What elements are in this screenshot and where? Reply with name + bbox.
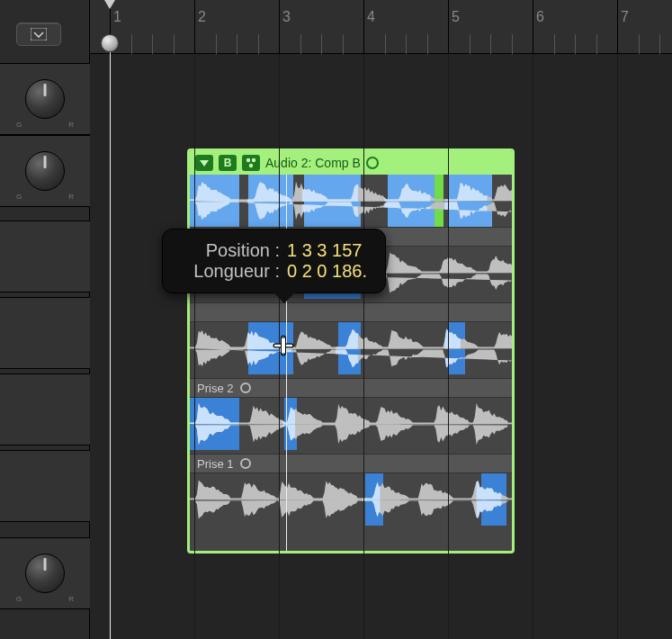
knob-left-label: G: [16, 193, 22, 201]
grid-line: [363, 54, 364, 639]
ruler-beat-tick: [174, 34, 175, 54]
take-name: Prise 2: [197, 382, 233, 395]
track-pan-knob-cell: GR: [0, 537, 90, 609]
tracks-area[interactable]: B Audio 2: Comp B Prise 4Prise 2Prise 1 …: [90, 54, 672, 639]
comp-waveform-row: [190, 175, 512, 227]
svg-point-1: [246, 158, 250, 162]
ruler-beat-tick: [406, 34, 407, 54]
track-header-cell[interactable]: [0, 450, 90, 522]
ruler-beat-tick: [490, 34, 491, 54]
knob-right-label: R: [68, 121, 74, 129]
ruler-bar-number: 6: [536, 9, 544, 25]
ruler-bar-line: [279, 0, 280, 54]
grid-line: [194, 54, 195, 639]
take-lane-header[interactable]: Prise 1: [190, 454, 512, 473]
take-lane-header[interactable]: Prise 2: [190, 378, 512, 398]
comp-menu-button[interactable]: [242, 155, 260, 171]
ruler-beat-tick: [427, 34, 428, 54]
take-folder-header[interactable]: B Audio 2: Comp B: [190, 151, 512, 175]
track-pan-knob-cell: GR: [0, 63, 90, 135]
track-header-column: GRGRGR: [0, 0, 90, 639]
ruler-bar-line: [194, 0, 195, 54]
pan-knob[interactable]: [25, 79, 65, 119]
waveform: [190, 398, 512, 450]
ruler-beat-tick: [659, 34, 660, 54]
ruler-beat-tick: [554, 34, 555, 54]
ruler-bar-line: [533, 0, 533, 54]
ruler-beat-tick: [639, 34, 640, 54]
take-lane[interactable]: Prise 2: [190, 378, 512, 454]
track-pan-knob-cell: GR: [0, 135, 90, 207]
ruler-beat-tick: [300, 34, 301, 54]
tooltip-length-label: Longueur :: [181, 261, 280, 282]
ruler-beat-tick: [152, 34, 153, 54]
take-lane-header[interactable]: [190, 302, 512, 322]
knob-right-label: R: [68, 193, 74, 201]
take-waveform-row[interactable]: [190, 473, 512, 526]
take-waveform-row[interactable]: [190, 398, 512, 450]
take-lane[interactable]: Prise 1: [190, 454, 512, 529]
playhead-marker-icon[interactable]: [104, 0, 115, 9]
ruler-bar-line: [448, 0, 449, 54]
take-folder-region[interactable]: B Audio 2: Comp B Prise 4Prise 2Prise 1: [187, 148, 515, 554]
playhead-line[interactable]: [110, 52, 111, 639]
ruler-beat-tick: [131, 34, 132, 54]
ruler-beat-tick: [385, 34, 386, 54]
ruler-beat-tick: [575, 34, 576, 54]
ruler-beat-tick: [216, 34, 217, 54]
take-lane[interactable]: [190, 302, 512, 378]
ruler-bar-number: 5: [452, 9, 460, 25]
svg-rect-0: [31, 28, 47, 40]
disclosure-button[interactable]: [195, 155, 213, 171]
loop-icon: [240, 458, 251, 469]
trim-cursor-icon: [273, 335, 294, 356]
ruler-beat-tick: [470, 34, 470, 54]
knob-left-label: G: [16, 121, 22, 129]
playhead-handle[interactable]: [101, 34, 119, 52]
timeline-ruler[interactable]: 1234567: [90, 0, 672, 54]
ruler-bar-number: 3: [282, 9, 291, 25]
svg-point-3: [249, 164, 253, 167]
ruler-bar-number: 4: [367, 9, 375, 25]
waveform: [190, 322, 512, 374]
quick-swipe-button[interactable]: B: [219, 155, 237, 171]
ruler-beat-tick: [258, 34, 259, 54]
tooltip-length-value: 0 2 0 186.: [287, 261, 367, 282]
knob-left-label: G: [16, 595, 22, 603]
svg-rect-22: [282, 338, 286, 354]
take-name: Prise 1: [197, 457, 233, 471]
ruler-bar-number: 2: [198, 9, 206, 25]
pan-knob[interactable]: [25, 554, 65, 593]
tooltip-position-value: 1 3 3 157: [287, 240, 362, 261]
ruler-beat-tick: [512, 34, 513, 54]
ruler-bar-line: [363, 0, 364, 54]
comp-lane[interactable]: [190, 175, 512, 227]
ruler-bar-number: 7: [621, 9, 629, 25]
tooltip-position-label: Position :: [181, 240, 280, 261]
ruler-beat-tick: [596, 34, 597, 54]
track-header-cell[interactable]: [0, 220, 90, 292]
pan-knob[interactable]: [25, 151, 65, 191]
grid-line: [617, 54, 618, 639]
take-waveform-row[interactable]: [190, 322, 512, 374]
loop-icon: [240, 382, 251, 393]
grid-line: [448, 54, 449, 639]
ruler-bar-number: 1: [113, 9, 121, 25]
waveform: [190, 175, 512, 227]
ruler-bar-line: [617, 0, 618, 54]
knob-right-label: R: [68, 595, 74, 603]
info-tooltip: Position : 1 3 3 157 Longueur : 0 2 0 18…: [162, 229, 386, 293]
ruler-beat-tick: [321, 34, 322, 54]
grid-line: [533, 54, 533, 639]
loop-icon: [366, 157, 379, 169]
view-menu-button[interactable]: [16, 22, 61, 46]
track-header-cell[interactable]: [0, 297, 90, 369]
ruler-beat-tick: [237, 34, 237, 54]
chevron-down-box-icon: [31, 28, 47, 40]
svg-point-2: [252, 158, 255, 162]
track-header-cell[interactable]: [0, 374, 90, 446]
ruler-beat-tick: [343, 34, 344, 54]
waveform: [190, 473, 512, 526]
